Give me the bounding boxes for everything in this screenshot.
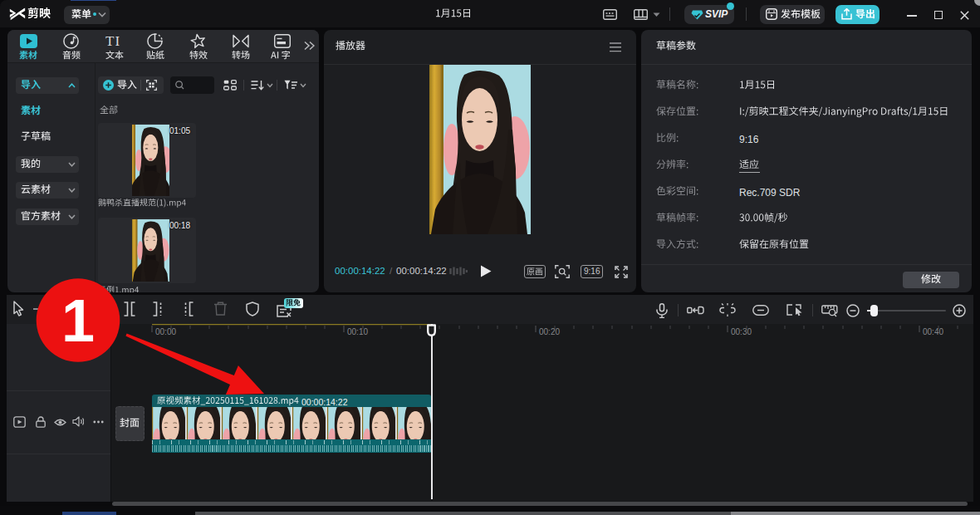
svg-text:1: 1 [61, 287, 95, 354]
